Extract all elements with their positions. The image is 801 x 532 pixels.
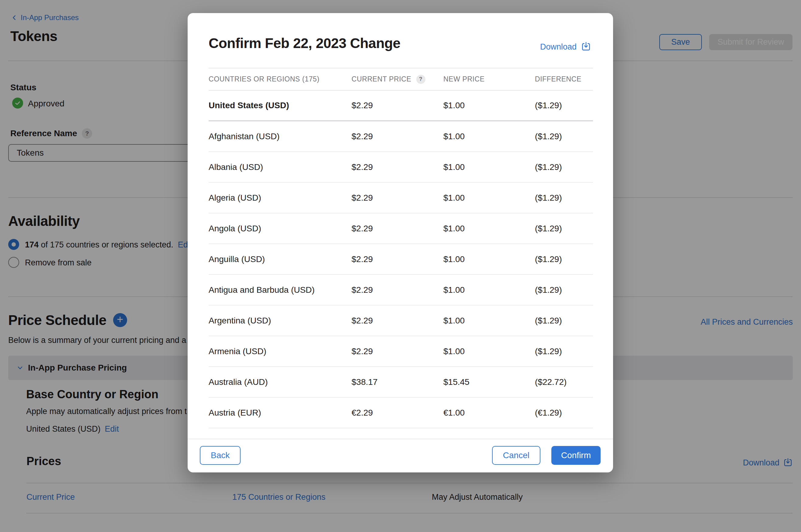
country-cell: Australia (AUD) xyxy=(209,377,352,387)
difference-cell: ($1.29) xyxy=(535,101,593,110)
col-header-countries: COUNTRIES OR REGIONS (175) xyxy=(209,75,352,83)
difference-cell: ($1.29) xyxy=(535,285,593,295)
modal-download-link[interactable]: Download xyxy=(540,42,591,52)
divider xyxy=(188,439,613,439)
new-price-cell: $15.45 xyxy=(443,377,535,387)
current-price-cell: €2.29 xyxy=(352,408,443,418)
modal-footer: Back Cancel Confirm xyxy=(200,446,601,465)
table-row: Albania (USD) $2.29 $1.00 ($1.29) xyxy=(209,152,593,183)
difference-cell: ($1.29) xyxy=(535,162,593,172)
difference-cell: ($1.29) xyxy=(535,346,593,356)
current-price-cell: $2.29 xyxy=(352,346,443,356)
current-price-cell: $2.29 xyxy=(352,132,443,141)
country-cell: Antigua and Barbuda (USD) xyxy=(209,285,352,295)
new-price-cell: $1.00 xyxy=(443,346,535,356)
new-price-cell: $1.00 xyxy=(443,101,535,110)
country-cell: Anguilla (USD) xyxy=(209,254,352,264)
difference-cell: (€1.29) xyxy=(535,408,593,418)
current-price-cell: $2.29 xyxy=(352,224,443,233)
confirm-change-modal: Confirm Feb 22, 2023 Change Download COU… xyxy=(188,13,613,472)
country-cell: Afghanistan (USD) xyxy=(209,132,352,141)
difference-cell: ($1.29) xyxy=(535,254,593,264)
new-price-cell: $1.00 xyxy=(443,285,535,295)
help-icon[interactable]: ? xyxy=(416,75,425,84)
country-cell: Armenia (USD) xyxy=(209,346,352,356)
back-button[interactable]: Back xyxy=(200,446,241,465)
table-row: Angola (USD) $2.29 $1.00 ($1.29) xyxy=(209,213,593,244)
current-price-cell: $2.29 xyxy=(352,316,443,326)
new-price-cell: $1.00 xyxy=(443,193,535,203)
country-cell: Albania (USD) xyxy=(209,162,352,172)
current-price-cell: $2.29 xyxy=(352,285,443,295)
current-price-cell: $2.29 xyxy=(352,101,443,110)
difference-cell: ($1.29) xyxy=(535,316,593,326)
col-header-new-price: NEW PRICE xyxy=(443,75,535,83)
price-change-table: United States (USD) $2.29 $1.00 ($1.29) … xyxy=(209,91,593,428)
difference-cell: ($1.29) xyxy=(535,193,593,203)
table-row: Armenia (USD) $2.29 $1.00 ($1.29) xyxy=(209,336,593,367)
current-price-cell: $2.29 xyxy=(352,254,443,264)
cancel-button[interactable]: Cancel xyxy=(492,446,540,465)
new-price-cell: $1.00 xyxy=(443,224,535,233)
download-icon xyxy=(581,42,591,52)
table-row: Antigua and Barbuda (USD) $2.29 $1.00 ($… xyxy=(209,275,593,305)
country-cell: Argentina (USD) xyxy=(209,316,352,326)
download-label[interactable]: Download xyxy=(540,42,577,52)
difference-cell: ($1.29) xyxy=(535,132,593,141)
new-price-cell: €1.00 xyxy=(443,408,535,418)
country-cell: Austria (EUR) xyxy=(209,408,352,418)
modal-title: Confirm Feb 22, 2023 Change xyxy=(209,35,400,51)
new-price-cell: $1.00 xyxy=(443,162,535,172)
current-price-cell: $2.29 xyxy=(352,193,443,203)
table-row: Anguilla (USD) $2.29 $1.00 ($1.29) xyxy=(209,244,593,275)
new-price-cell: $1.00 xyxy=(443,132,535,141)
new-price-cell: $1.00 xyxy=(443,316,535,326)
table-row: United States (USD) $2.29 $1.00 ($1.29) xyxy=(209,91,593,121)
table-row: Argentina (USD) $2.29 $1.00 ($1.29) xyxy=(209,305,593,336)
difference-cell: ($22.72) xyxy=(535,377,593,387)
table-row: Afghanistan (USD) $2.29 $1.00 ($1.29) xyxy=(209,121,593,152)
country-cell: United States (USD) xyxy=(209,101,352,110)
table-row: Australia (AUD) $38.17 $15.45 ($22.72) xyxy=(209,367,593,398)
current-price-cell: $38.17 xyxy=(352,377,443,387)
table-row: Algeria (USD) $2.29 $1.00 ($1.29) xyxy=(209,183,593,213)
country-cell: Angola (USD) xyxy=(209,224,352,233)
col-header-current-price: CURRENT PRICE ? xyxy=(352,75,443,84)
new-price-cell: $1.00 xyxy=(443,254,535,264)
confirm-button[interactable]: Confirm xyxy=(551,446,601,465)
current-price-cell: $2.29 xyxy=(352,162,443,172)
table-header-row: COUNTRIES OR REGIONS (175) CURRENT PRICE… xyxy=(209,69,593,90)
table-row: Austria (EUR) €2.29 €1.00 (€1.29) xyxy=(209,398,593,428)
country-cell: Algeria (USD) xyxy=(209,193,352,203)
app-store-connect-page: In-App Purchases Tokens Save Submit for … xyxy=(0,0,801,532)
difference-cell: ($1.29) xyxy=(535,224,593,233)
col-header-difference: DIFFERENCE xyxy=(535,75,593,83)
